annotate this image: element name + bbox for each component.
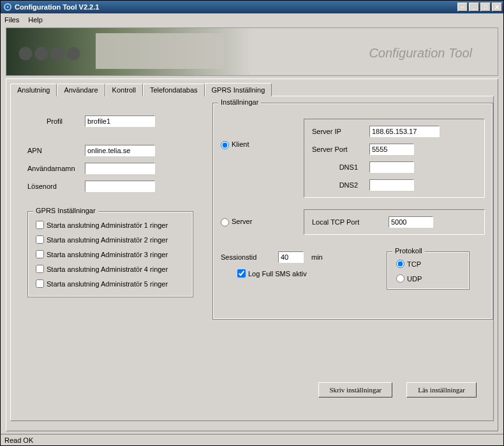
admin5-label: Starta anslutning Administratör 5 ringer bbox=[47, 280, 168, 288]
status-text: Read OK bbox=[4, 436, 33, 444]
apn-input[interactable] bbox=[85, 145, 155, 156]
local-port-input[interactable] bbox=[389, 216, 433, 228]
protokoll-groupbox: Protokoll TCP UDP bbox=[387, 251, 470, 290]
resize-button[interactable]: ↔ bbox=[457, 3, 468, 11]
tabstrip: Anslutning Användare Kontroll Telefondat… bbox=[10, 84, 494, 96]
local-port-label: Local TCP Port bbox=[312, 218, 389, 226]
gprs-group-title: GPRS Inställningar bbox=[33, 207, 98, 214]
klient-radio[interactable] bbox=[221, 141, 229, 149]
dns2-input[interactable] bbox=[369, 179, 414, 191]
menu-help[interactable]: Help bbox=[28, 16, 43, 24]
password-label: Lösenord bbox=[27, 182, 85, 190]
username-label: Användarnamn bbox=[27, 165, 85, 172]
tab-telefondatabas[interactable]: Telefondatabas bbox=[143, 84, 205, 96]
log-sms-label: Log Full SMS aktiv bbox=[248, 270, 307, 278]
close-button[interactable]: X bbox=[492, 3, 502, 11]
protokoll-title: Protokoll bbox=[392, 247, 425, 255]
dns1-label: DNS1 bbox=[312, 163, 369, 171]
username-input[interactable] bbox=[85, 163, 155, 174]
button-row: Skriv inställningar Läs inställningar bbox=[318, 382, 477, 398]
settings-title: Inställningar bbox=[218, 98, 261, 106]
password-input[interactable] bbox=[85, 181, 155, 192]
udp-radio[interactable] bbox=[396, 274, 404, 283]
admin2-checkbox[interactable] bbox=[36, 235, 44, 244]
minimize-button[interactable]: _ bbox=[469, 3, 479, 11]
banner-image bbox=[6, 28, 236, 76]
server-ip-label: Server IP bbox=[312, 128, 369, 135]
log-sms-checkbox[interactable] bbox=[237, 269, 246, 278]
menu-files[interactable]: Files bbox=[4, 16, 19, 24]
admin1-checkbox[interactable] bbox=[36, 221, 44, 229]
server-label: Server bbox=[232, 218, 252, 225]
apn-label: APN bbox=[27, 147, 85, 154]
tcp-radio[interactable] bbox=[396, 260, 404, 268]
profil-input[interactable] bbox=[85, 115, 155, 127]
server-port-input[interactable] bbox=[369, 144, 414, 155]
svg-point-1 bbox=[7, 6, 9, 8]
tcp-label: TCP bbox=[407, 260, 421, 268]
right-column: Inställningar Klient Server IP Server Po… bbox=[212, 103, 493, 320]
klient-label: Klient bbox=[232, 140, 249, 148]
server-port-label: Server Port bbox=[312, 145, 369, 153]
admin4-label: Starta anslutning Administratör 4 ringer bbox=[47, 265, 168, 273]
dns1-input[interactable] bbox=[369, 161, 414, 173]
klient-radio-row[interactable]: Klient bbox=[221, 140, 249, 148]
tab-kontroll[interactable]: Kontroll bbox=[105, 84, 143, 96]
dns2-label: DNS2 bbox=[312, 181, 369, 189]
menubar: Files Help bbox=[1, 13, 503, 26]
admin1-label: Starta anslutning Administratör 1 ringer bbox=[47, 221, 168, 229]
window-title: Configuration Tool V2.2.1 bbox=[15, 3, 457, 11]
tab-anslutning[interactable]: Anslutning bbox=[10, 84, 57, 96]
statusbar: Read OK bbox=[1, 434, 503, 445]
session-input[interactable] bbox=[278, 251, 304, 263]
left-column: Profil APN Användarnamn Lösenord GPRS In… bbox=[27, 115, 206, 297]
tab-anvandare[interactable]: Användare bbox=[57, 84, 105, 96]
tab-gprs[interactable]: GPRS Inställning bbox=[205, 83, 272, 96]
banner: Configuration Tool bbox=[6, 27, 498, 76]
session-unit: min bbox=[311, 253, 323, 261]
gprs-groupbox: GPRS Inställningar Starta anslutning Adm… bbox=[27, 211, 193, 297]
session-label: Sessionstid bbox=[221, 253, 278, 261]
profil-label: Profil bbox=[47, 117, 85, 125]
admin4-checkbox[interactable] bbox=[36, 265, 44, 273]
write-button[interactable]: Skriv inställningar bbox=[318, 382, 392, 398]
udp-label: UDP bbox=[407, 275, 422, 283]
titlebar: Configuration Tool V2.2.1 ↔ _ □ X bbox=[1, 1, 503, 13]
content: Anslutning Användare Kontroll Telefondat… bbox=[6, 78, 498, 431]
server-radio[interactable] bbox=[221, 218, 229, 227]
read-button[interactable]: Läs inställningar bbox=[406, 382, 477, 398]
admin3-checkbox[interactable] bbox=[36, 250, 44, 258]
local-port-box: Local TCP Port bbox=[304, 209, 485, 235]
admin2-label: Starta anslutning Administratör 2 ringer bbox=[47, 236, 168, 244]
admin3-label: Starta anslutning Administratör 3 ringer bbox=[47, 251, 168, 258]
window-buttons: ↔ _ □ X bbox=[457, 3, 502, 11]
server-radio-row[interactable]: Server bbox=[221, 218, 252, 225]
app-icon bbox=[3, 3, 12, 11]
maximize-button[interactable]: □ bbox=[480, 3, 491, 11]
admin5-checkbox[interactable] bbox=[36, 279, 44, 288]
banner-title: Configuration Tool bbox=[369, 46, 472, 61]
server-ip-input[interactable] bbox=[369, 126, 440, 137]
tabpanel-gprs: Profil APN Användarnamn Lösenord GPRS In… bbox=[10, 96, 494, 421]
settings-groupbox: Inställningar Klient Server IP Server Po… bbox=[212, 103, 493, 320]
server-box: Server IP Server Port DNS1 DNS2 bbox=[304, 119, 485, 198]
window: Configuration Tool V2.2.1 ↔ _ □ X Files … bbox=[0, 0, 504, 446]
